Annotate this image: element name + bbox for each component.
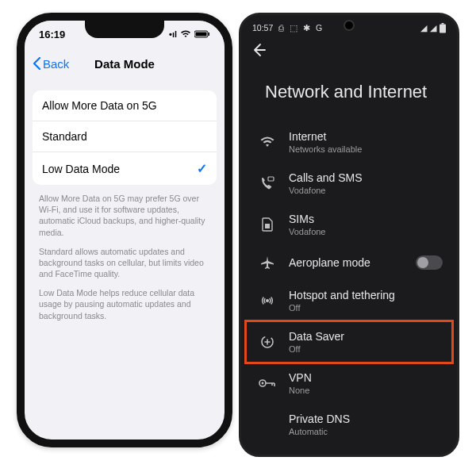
item-label: Private DNS (289, 413, 350, 425)
hotspot-icon (259, 292, 276, 309)
desc-paragraph: Standard allows automatic updates and ba… (39, 246, 210, 280)
sim-icon (259, 216, 276, 233)
settings-item-sims[interactable]: SIMs Vodafone (241, 204, 457, 245)
svg-rect-2 (209, 33, 210, 36)
option-label: Low Data Mode (42, 163, 120, 175)
ios-status-right: •ıl (169, 29, 210, 39)
item-label: Aeroplane mode (289, 256, 370, 269)
signal-icon: ◢ (420, 23, 427, 33)
item-label: VPN (289, 371, 312, 384)
vpn-key-icon (259, 374, 276, 392)
airplane-toggle[interactable] (416, 255, 443, 270)
battery-icon (440, 23, 446, 33)
desc-paragraph: Allow More Data on 5G may prefer 5G over… (39, 193, 210, 238)
ios-nav-header: Back Data Mode (25, 48, 225, 79)
ios-time: 16:19 (39, 29, 65, 40)
page-title: Data Mode (25, 57, 225, 71)
iphone-notch (85, 21, 164, 38)
settings-item-vpn[interactable]: VPN None (241, 363, 457, 404)
item-label: Internet (289, 130, 362, 143)
data-mode-options: Allow More Data on 5G Standard Low Data … (33, 90, 217, 185)
svg-rect-5 (268, 177, 274, 181)
battery-icon (194, 30, 210, 38)
svg-rect-4 (440, 24, 446, 33)
item-label: Hotspot and tethering (289, 289, 395, 301)
settings-item-private-dns[interactable]: • Private DNS Automatic (241, 404, 457, 445)
settings-item-data-saver[interactable]: Data Saver Off (246, 321, 452, 363)
settings-item-airplane[interactable]: Aeroplane mode (241, 245, 457, 280)
page-heading: Network and Internet (241, 61, 457, 121)
item-subtext: Vodafone (289, 227, 326, 236)
svg-point-10 (262, 382, 264, 385)
svg-rect-6 (265, 224, 270, 228)
option-label: Standard (42, 130, 87, 143)
android-status-right: ◢ ◢ (420, 23, 446, 33)
settings-item-internet[interactable]: Internet Networks available (241, 121, 457, 163)
wifi-icon (180, 30, 191, 38)
signal-icon: ◢ (430, 23, 436, 33)
options-description: Allow More Data on 5G may prefer 5G over… (39, 193, 210, 321)
svg-rect-1 (196, 33, 207, 36)
android-camera-hole (345, 21, 353, 29)
item-label: Adaptive connectivity (289, 456, 393, 457)
checkmark-icon: ✓ (197, 161, 207, 176)
option-low-data-mode[interactable]: Low Data Mode ✓ (33, 152, 217, 185)
android-status-left: 10:57 ⎙ ⬚ ✱ G (252, 23, 324, 33)
item-subtext: Vodafone (289, 186, 363, 195)
airplane-icon (259, 254, 276, 271)
item-label: Data Saver (289, 330, 344, 343)
android-status-icons-left: ⎙ ⬚ ✱ G (278, 23, 324, 33)
svg-rect-3 (442, 23, 444, 25)
item-subtext: Off (289, 303, 395, 313)
item-subtext: Automatic (289, 427, 350, 436)
android-frame: 10:57 ⎙ ⬚ ✱ G ◢ ◢ Network and Internet I… (239, 13, 459, 457)
phone-sms-icon (259, 175, 276, 192)
desc-paragraph: Low Data Mode helps reduce cellular data… (39, 287, 210, 321)
svg-point-7 (266, 299, 269, 302)
wifi-icon (259, 133, 276, 151)
settings-item-hotspot[interactable]: Hotspot and tethering Off (241, 280, 457, 321)
item-subtext: None (289, 386, 312, 395)
iphone-frame: 16:19 •ıl Back Data Mode Allow More Data… (17, 13, 232, 447)
item-label: Calls and SMS (289, 171, 363, 184)
signal-icon: •ıl (169, 29, 177, 39)
item-subtext: Off (289, 344, 344, 354)
option-label: Allow More Data on 5G (42, 99, 157, 112)
android-time: 10:57 (252, 23, 273, 33)
data-saver-icon (259, 333, 276, 351)
item-label: SIMs (289, 213, 326, 225)
option-allow-more-data[interactable]: Allow More Data on 5G (33, 90, 217, 121)
android-toolbar (241, 37, 457, 61)
item-subtext: Networks available (289, 144, 362, 154)
settings-item-calls[interactable]: Calls and SMS Vodafone (241, 163, 457, 204)
back-arrow-icon[interactable] (251, 42, 267, 58)
settings-item-adaptive[interactable]: • Adaptive connectivity (241, 445, 457, 457)
option-standard[interactable]: Standard (33, 121, 217, 152)
